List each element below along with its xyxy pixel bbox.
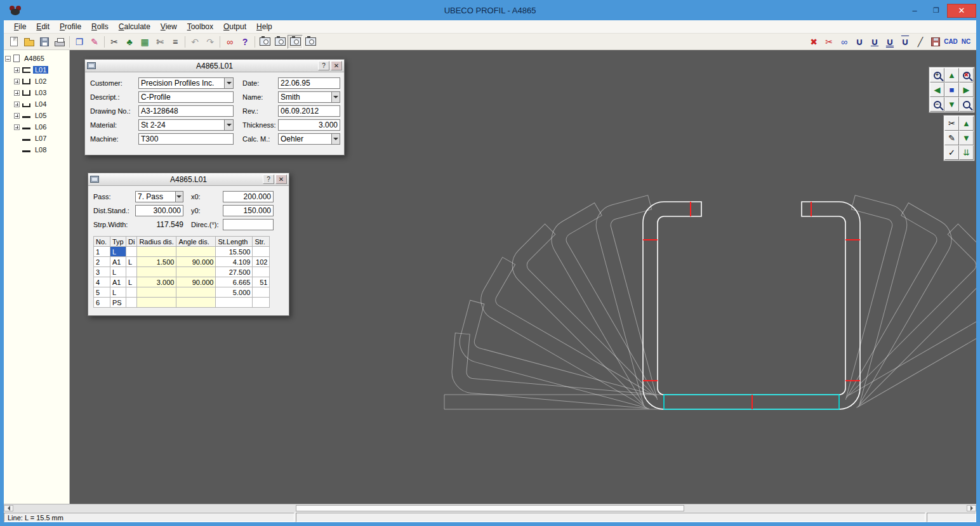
inspect-button[interactable]: ∞ (222, 35, 237, 49)
redo-button[interactable]: ↷ (202, 35, 218, 49)
table-cell[interactable]: 90.000 (176, 257, 216, 267)
expand-icon[interactable] (14, 90, 20, 96)
table-cell[interactable] (253, 267, 270, 277)
view-rolls-button[interactable]: ∞ (837, 35, 852, 49)
tree-item-l08[interactable]: L08 (5, 144, 68, 155)
expand-icon[interactable] (14, 67, 20, 73)
menu-file[interactable]: File (9, 21, 31, 32)
photo-roll-button[interactable] (272, 35, 288, 49)
table-cell[interactable]: 1 (94, 247, 110, 257)
pan-down-button[interactable]: ▼ (944, 97, 959, 112)
table-cell[interactable]: 1.500 (137, 257, 176, 267)
pass-select[interactable] (135, 191, 175, 202)
tree-item-label[interactable]: L01 (33, 66, 48, 74)
table-cell[interactable]: 6.665 (216, 277, 253, 287)
list-button[interactable]: ≡ (168, 35, 183, 49)
table-col-typ[interactable]: Typ (110, 237, 126, 247)
table-cell[interactable] (126, 267, 137, 277)
profile-open-button[interactable]: ∪ (852, 35, 867, 49)
chevron-down-icon[interactable] (175, 191, 183, 202)
table-col-stlength[interactable]: St.Length (216, 237, 253, 247)
dialog-titlebar[interactable]: A4865.L01 ? ✕ (85, 60, 344, 72)
delete-button[interactable]: ✖ (806, 35, 821, 49)
material-input[interactable] (138, 119, 224, 131)
table-cell[interactable]: PS (110, 298, 126, 308)
pan-left-button[interactable]: ◀ (930, 82, 944, 97)
chevron-down-icon[interactable] (224, 77, 234, 89)
calc-method-input[interactable] (278, 133, 331, 145)
scroll-down-button[interactable]: ▼ (959, 131, 974, 145)
tree-item-l05[interactable]: L05 (5, 110, 68, 121)
table-cell[interactable]: 3 (94, 267, 110, 277)
tree-item-l06[interactable]: L06 (5, 121, 68, 133)
table-cell[interactable] (126, 287, 137, 298)
menu-profile[interactable]: Profile (55, 21, 86, 32)
zoom-all-button[interactable] (959, 97, 974, 112)
scroll-bottom-button[interactable]: ⇊ (959, 145, 974, 160)
chevron-down-icon[interactable] (331, 91, 340, 103)
scroll-left-button[interactable] (4, 505, 13, 511)
table-cell[interactable] (176, 267, 216, 277)
direction-input[interactable] (223, 219, 274, 230)
open-button[interactable] (22, 35, 37, 49)
undo-button[interactable]: ↶ (187, 35, 202, 49)
table-cell[interactable] (176, 247, 216, 257)
drawing-canvas[interactable]: A4865.L01 ? ✕ Customer: Descript.: D (70, 50, 976, 504)
table-cell[interactable]: 4 (94, 277, 110, 287)
dialog-help-button[interactable]: ? (318, 61, 329, 70)
menu-calculate[interactable]: Calculate (114, 21, 156, 32)
scroll-right-button[interactable] (967, 505, 976, 511)
table-cell[interactable] (137, 247, 176, 257)
menu-edit[interactable]: Edit (31, 21, 55, 32)
table-cell[interactable]: 5 (94, 287, 110, 298)
table-col-radius[interactable]: Radius dis. (137, 237, 176, 247)
table-col-angle[interactable]: Angle dis. (176, 237, 216, 247)
drawing-no-input[interactable] (138, 105, 234, 117)
table-cell[interactable]: 15.500 (216, 247, 253, 257)
dialog-titlebar[interactable]: A4865.L01 ? ✕ (88, 173, 289, 186)
menu-toolbox[interactable]: Toolbox (182, 21, 218, 32)
menu-output[interactable]: Output (218, 21, 251, 32)
draw-button[interactable]: ✎ (944, 131, 959, 145)
calibrate-grid-button[interactable]: ▦ (137, 35, 152, 49)
zoom-in-button[interactable]: + (930, 68, 944, 82)
table-cell[interactable]: 3.000 (137, 277, 176, 287)
table-cell[interactable]: L (110, 287, 126, 298)
expand-icon[interactable] (14, 79, 20, 84)
name-input[interactable] (278, 91, 331, 103)
check-button[interactable]: ✓ (944, 145, 959, 160)
transfer-button[interactable]: ❐ (72, 35, 87, 49)
pan-up-button[interactable]: ▲ (944, 68, 959, 82)
table-cell[interactable]: A1 (110, 277, 126, 287)
tree-item-label[interactable]: L03 (33, 89, 48, 96)
chevron-down-icon[interactable] (331, 133, 340, 145)
print-button[interactable] (52, 35, 67, 49)
table-col-str[interactable]: Str. (253, 237, 270, 247)
save-nc-button[interactable] (928, 35, 943, 49)
table-col-di[interactable]: Di (126, 237, 137, 247)
photo-profile-button[interactable] (257, 35, 272, 49)
cad-button[interactable]: CAD (943, 35, 958, 49)
y0-input[interactable] (223, 205, 274, 216)
table-cell[interactable]: L (126, 257, 137, 267)
nc-button[interactable]: NC (958, 35, 974, 49)
zoom-window-button[interactable]: ✖ (959, 68, 974, 82)
pan-right-button[interactable]: ▶ (959, 82, 974, 97)
table-cell[interactable] (216, 298, 253, 308)
tree-root[interactable]: A4865 (5, 53, 68, 64)
table-cell[interactable] (253, 298, 270, 308)
measure-button[interactable]: ✂ (944, 116, 959, 131)
table-cell[interactable] (126, 247, 137, 257)
tree-item-l01[interactable]: L01 (5, 64, 68, 76)
table-cell[interactable]: 4.109 (216, 257, 253, 267)
table-cell[interactable] (176, 298, 216, 308)
tree-item-label[interactable]: L08 (33, 146, 48, 154)
table-cell[interactable]: 51 (253, 277, 270, 287)
tree-item-l07[interactable]: L07 (5, 133, 68, 144)
zoom-out-button[interactable]: − (930, 97, 944, 112)
chevron-down-icon[interactable] (224, 119, 234, 131)
profile-stack-button[interactable]: ∪ (882, 35, 897, 49)
table-cell[interactable] (137, 298, 176, 308)
scrollbar-thumb[interactable] (296, 505, 685, 511)
table-cell[interactable] (137, 267, 176, 277)
